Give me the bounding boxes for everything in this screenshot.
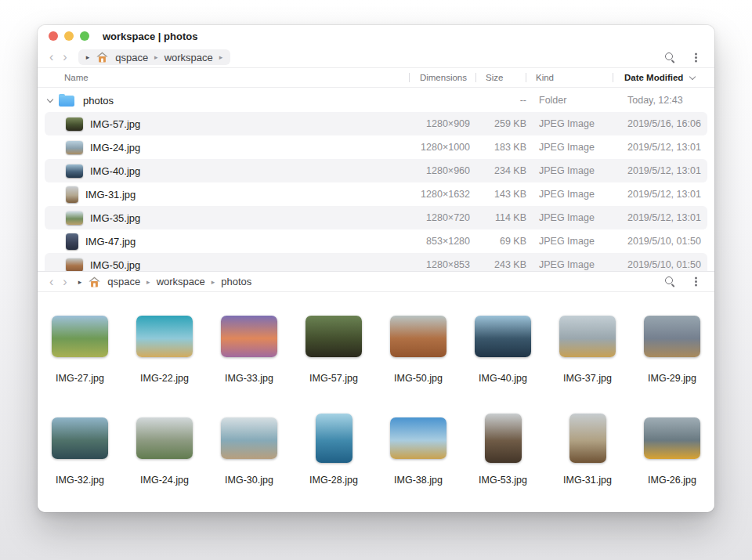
more-options-icon[interactable] [695, 280, 697, 283]
forward-button[interactable]: › [63, 51, 67, 63]
more-options-icon[interactable] [695, 56, 697, 59]
image-thumbnail [66, 164, 83, 178]
file-manager-window: workspace | photos ‹ › ▸ qspace▸workspac… [38, 25, 714, 512]
image-thumbnail[interactable] [390, 316, 446, 357]
file-name-cell: IMG-47.jpg [66, 233, 412, 250]
image-thumbnail [66, 211, 83, 225]
grid-item[interactable]: IMG-31.jpg [545, 411, 630, 507]
table-row-folder[interactable]: photos -- Folder Today, 12:43 [45, 89, 707, 112]
column-header-date-modified[interactable]: Date Modified [613, 68, 707, 87]
grid-item[interactable]: IMG-40.jpg [461, 309, 545, 405]
file-name-label: IMG-26.jpg [648, 475, 696, 486]
back-button[interactable]: ‹ [49, 276, 53, 288]
grid-item[interactable]: IMG-38.jpg [376, 411, 461, 507]
dimensions-cell: 1280×1632 [412, 189, 479, 200]
column-header-size[interactable]: Size [475, 68, 526, 87]
dimensions-cell: 1280×909 [412, 118, 479, 129]
image-thumbnail [66, 186, 78, 203]
image-thumbnail[interactable] [136, 417, 193, 459]
image-thumbnail[interactable] [306, 316, 362, 357]
close-window-button[interactable] [49, 31, 58, 41]
image-thumbnail[interactable] [221, 316, 277, 357]
image-thumbnail[interactable] [52, 417, 108, 459]
grid-item[interactable]: IMG-57.jpg [291, 309, 376, 405]
table-row[interactable]: IMG-40.jpg 1280×960 234 KB JPEG Image 20… [45, 159, 707, 182]
file-name: IMG-57.jpg [90, 118, 140, 130]
date-modified-cell: 2019/5/16, 16:06 [616, 118, 707, 129]
grid-item[interactable]: IMG-37.jpg [545, 309, 630, 405]
breadcrumb-items: qspace▸workspace▸photos [107, 276, 251, 287]
image-thumbnail[interactable] [569, 414, 606, 463]
forward-button[interactable]: › [63, 276, 67, 288]
table-row[interactable]: IMG-24.jpg 1280×1000 183 KB JPEG Image 2… [45, 135, 707, 159]
grid-item[interactable]: IMG-30.jpg [207, 411, 291, 507]
search-icon[interactable] [665, 52, 675, 63]
size-cell: 243 KB [479, 259, 529, 270]
thumbnail-box [390, 309, 446, 363]
image-thumbnail[interactable] [221, 417, 277, 459]
disclosure-chevron-down-icon[interactable] [47, 96, 53, 103]
home-icon[interactable] [96, 52, 108, 63]
file-name-label: IMG-33.jpg [225, 373, 273, 384]
date-modified-cell: 2019/5/12, 13:01 [616, 189, 707, 200]
back-button[interactable]: ‹ [49, 51, 53, 63]
traffic-lights [49, 31, 89, 41]
image-thumbnail[interactable] [485, 414, 522, 463]
image-thumbnail[interactable] [644, 316, 700, 357]
image-thumbnail[interactable] [52, 316, 108, 357]
size-cell: 143 KB [479, 189, 529, 200]
zoom-window-button[interactable] [80, 31, 89, 41]
table-row[interactable]: IMG-35.jpg 1280×720 114 KB JPEG Image 20… [45, 206, 707, 229]
kind-cell: JPEG Image [529, 259, 616, 270]
image-thumbnail[interactable] [559, 316, 616, 357]
thumbnail-box [569, 411, 606, 464]
table-row[interactable]: IMG-50.jpg 1280×853 243 KB JPEG Image 20… [45, 253, 707, 271]
kind-cell: JPEG Image [529, 212, 616, 223]
grid-item[interactable]: IMG-26.jpg [630, 411, 714, 507]
search-icon[interactable] [665, 276, 675, 287]
breadcrumb-item-qspace[interactable]: qspace [107, 276, 140, 287]
breadcrumb-separator-icon: ▸ [154, 53, 158, 61]
column-header-kind[interactable]: Kind [526, 68, 613, 87]
breadcrumb-expand-icon[interactable]: ▸ [78, 278, 82, 286]
sort-descending-icon[interactable] [689, 73, 696, 79]
image-thumbnail[interactable] [390, 417, 446, 459]
date-modified-cell: 2019/5/12, 13:01 [616, 165, 707, 176]
breadcrumb[interactable]: ▸ qspace▸workspace▸ [78, 49, 231, 65]
grid-item[interactable]: IMG-22.jpg [122, 309, 207, 405]
window-title: workspace | photos [103, 31, 197, 42]
size-cell: -- [479, 95, 529, 106]
image-thumbnail[interactable] [136, 316, 193, 357]
column-header-dimensions[interactable]: Dimensions [409, 68, 475, 87]
grid-item[interactable]: IMG-28.jpg [291, 411, 376, 507]
image-thumbnail[interactable] [644, 417, 700, 459]
column-header-name[interactable]: Name [45, 68, 409, 87]
grid-item[interactable]: IMG-27.jpg [38, 309, 122, 405]
breadcrumb-item-workspace[interactable]: workspace [157, 276, 205, 287]
size-cell: 69 KB [479, 236, 529, 247]
home-icon[interactable] [89, 276, 100, 287]
breadcrumb-item-qspace[interactable]: qspace [115, 52, 148, 63]
grid-item[interactable]: IMG-32.jpg [38, 411, 122, 507]
table-row[interactable]: IMG-57.jpg 1280×909 259 KB JPEG Image 20… [45, 112, 707, 135]
file-name-label: IMG-50.jpg [394, 373, 443, 384]
minimize-window-button[interactable] [64, 31, 74, 41]
image-thumbnail [66, 117, 83, 131]
thumbnail-box [136, 411, 193, 464]
table-row[interactable]: IMG-31.jpg 1280×1632 143 KB JPEG Image 2… [45, 182, 707, 206]
table-row[interactable]: IMG-47.jpg 853×1280 69 KB JPEG Image 201… [45, 229, 707, 253]
breadcrumb-expand-icon[interactable]: ▸ [86, 53, 90, 61]
image-thumbnail[interactable] [316, 414, 352, 463]
file-name-cell: IMG-24.jpg [66, 141, 412, 154]
image-thumbnail[interactable] [475, 316, 531, 357]
grid-item[interactable]: IMG-24.jpg [122, 411, 207, 507]
breadcrumb-item-workspace[interactable]: workspace [164, 52, 213, 63]
grid-item[interactable]: IMG-33.jpg [207, 309, 291, 405]
thumbnail-box [485, 411, 522, 464]
grid-item[interactable]: IMG-50.jpg [376, 309, 461, 405]
breadcrumb-item-photos[interactable]: photos [221, 276, 251, 287]
breadcrumb[interactable]: ▸ qspace▸workspace▸photos [78, 274, 252, 290]
grid-item[interactable]: IMG-29.jpg [630, 309, 714, 405]
file-name-label: IMG-53.jpg [479, 475, 527, 486]
grid-item[interactable]: IMG-53.jpg [461, 411, 545, 507]
